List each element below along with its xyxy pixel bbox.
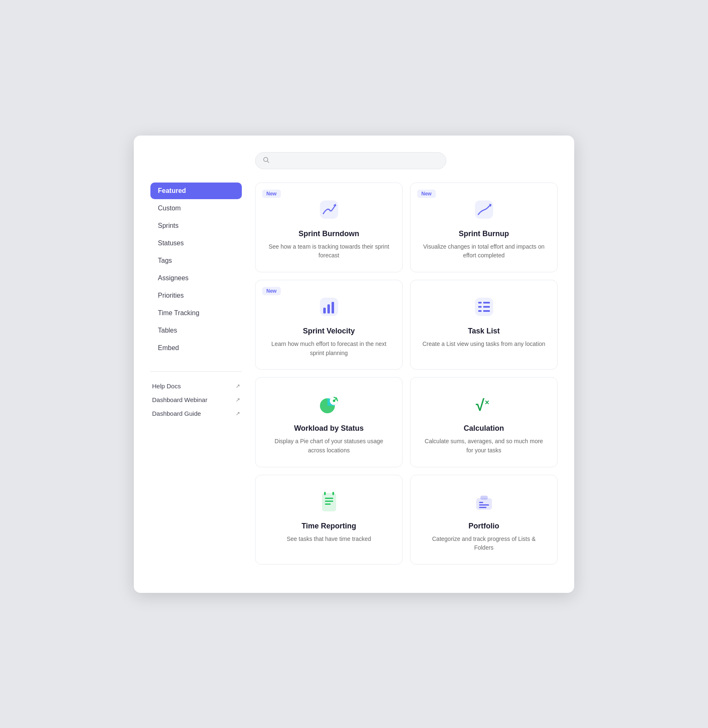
close-button[interactable] (551, 159, 558, 162)
svg-rect-29 (481, 496, 487, 499)
sidebar-item-statuses[interactable]: Statuses (150, 235, 242, 252)
new-badge: New (417, 190, 436, 198)
svg-rect-31 (479, 504, 489, 506)
card-icon-sprint-burndown (316, 196, 342, 223)
card-desc: Calculate sums, averages, and so much mo… (422, 437, 546, 455)
svg-text:×: × (485, 398, 489, 407)
card-icon-workload-by-status (316, 391, 342, 417)
sidebar-item-featured[interactable]: Featured (150, 183, 242, 199)
external-link-icon: ↗ (236, 410, 240, 417)
svg-rect-22 (322, 494, 336, 511)
new-badge: New (262, 190, 281, 198)
sidebar-item-embed[interactable]: Embed (150, 340, 242, 356)
card-grid-wrap: New Sprint Burndown See how a team is tr… (255, 183, 558, 565)
card-title: Task List (468, 327, 500, 336)
svg-rect-26 (324, 492, 326, 495)
add-card-modal: FeaturedCustomSprintsStatusesTagsAssigne… (134, 136, 574, 593)
sidebar-links: Help Docs↗Dashboard Webinar↗Dashboard Gu… (150, 379, 242, 420)
card-title: Sprint Burnup (459, 230, 509, 238)
card-calculation[interactable]: √ × Calculation Calculate sums, averages… (410, 377, 558, 467)
svg-rect-11 (478, 306, 482, 308)
card-workload-by-status[interactable]: Workload by Status Display a Pie chart o… (255, 377, 403, 467)
card-icon-portfolio (471, 489, 497, 515)
modal-header (150, 152, 558, 169)
card-portfolio[interactable]: Portfolio Categorize and track progress … (410, 475, 558, 565)
svg-rect-25 (325, 503, 331, 505)
sidebar-link-label: Help Docs (152, 383, 181, 390)
sidebar-link-label: Dashboard Webinar (152, 396, 207, 403)
card-title: Sprint Velocity (303, 327, 355, 336)
sidebar-item-sprints[interactable]: Sprints (150, 217, 242, 234)
card-desc: See tasks that have time tracked (287, 535, 371, 544)
sidebar-item-time-tracking[interactable]: Time Tracking (150, 305, 242, 321)
card-title: Portfolio (469, 522, 499, 531)
card-icon-sprint-burnup (471, 196, 497, 223)
card-desc: Categorize and track progress of Lists &… (422, 535, 546, 553)
svg-rect-14 (483, 310, 490, 312)
sidebar: FeaturedCustomSprintsStatusesTagsAssigne… (150, 183, 242, 565)
card-desc: See how a team is tracking towards their… (267, 242, 391, 260)
sidebar-link-dashboard-webinar[interactable]: Dashboard Webinar↗ (150, 393, 242, 407)
card-desc: Display a Pie chart of your statuses usa… (267, 437, 391, 455)
card-time-reporting[interactable]: Time Reporting See tasks that have time … (255, 475, 403, 565)
card-icon-calculation: √ × (471, 391, 497, 417)
svg-line-1 (268, 161, 269, 163)
card-task-list[interactable]: Task List Create a List view using tasks… (410, 280, 558, 370)
search-bar[interactable] (255, 152, 446, 169)
svg-rect-10 (483, 302, 490, 304)
card-desc: Create a List view using tasks from any … (423, 340, 546, 349)
modal-body: FeaturedCustomSprintsStatusesTagsAssigne… (150, 183, 558, 565)
svg-rect-24 (325, 501, 333, 502)
card-sprint-velocity[interactable]: New Sprint Velocity Learn how much effor… (255, 280, 403, 370)
card-sprint-burnup[interactable]: New Sprint Burnup Visualize changes in t… (410, 183, 558, 272)
card-title: Calculation (464, 424, 504, 433)
svg-rect-13 (478, 310, 482, 312)
search-icon (263, 157, 270, 165)
svg-rect-23 (325, 498, 333, 499)
card-icon-task-list (471, 294, 497, 320)
card-title: Workload by Status (294, 424, 364, 433)
new-badge: New (262, 287, 281, 295)
sidebar-item-priorities[interactable]: Priorities (150, 287, 242, 304)
svg-rect-12 (483, 306, 490, 308)
sidebar-link-label: Dashboard Guide (152, 410, 201, 417)
svg-rect-32 (479, 507, 487, 508)
svg-rect-27 (332, 492, 334, 495)
sidebar-item-tables[interactable]: Tables (150, 322, 242, 339)
sidebar-item-assignees[interactable]: Assignees (150, 270, 242, 286)
card-title: Sprint Burndown (299, 230, 359, 238)
external-link-icon: ↗ (236, 397, 240, 403)
card-icon-time-reporting (316, 489, 342, 515)
svg-rect-5 (323, 308, 326, 313)
svg-rect-30 (479, 502, 483, 503)
sidebar-item-tags[interactable]: Tags (150, 252, 242, 269)
sidebar-link-dashboard-guide[interactable]: Dashboard Guide↗ (150, 407, 242, 420)
search-area (150, 152, 551, 169)
svg-text:√: √ (476, 397, 484, 414)
card-desc: Visualize changes in total effort and im… (422, 242, 546, 260)
external-link-icon: ↗ (236, 383, 240, 389)
card-title: Time Reporting (302, 522, 356, 531)
sidebar-divider (150, 371, 242, 372)
svg-rect-7 (332, 302, 334, 313)
sidebar-link-help-docs[interactable]: Help Docs↗ (150, 379, 242, 393)
card-icon-sprint-velocity (316, 294, 342, 320)
card-sprint-burndown[interactable]: New Sprint Burndown See how a team is tr… (255, 183, 403, 272)
svg-rect-6 (327, 304, 330, 313)
sidebar-item-custom[interactable]: Custom (150, 200, 242, 217)
card-grid: New Sprint Burndown See how a team is tr… (255, 183, 558, 565)
sidebar-nav: FeaturedCustomSprintsStatusesTagsAssigne… (150, 183, 242, 356)
svg-rect-9 (478, 302, 482, 304)
card-desc: Learn how much effort to forecast in the… (267, 340, 391, 358)
search-input[interactable] (274, 157, 438, 164)
